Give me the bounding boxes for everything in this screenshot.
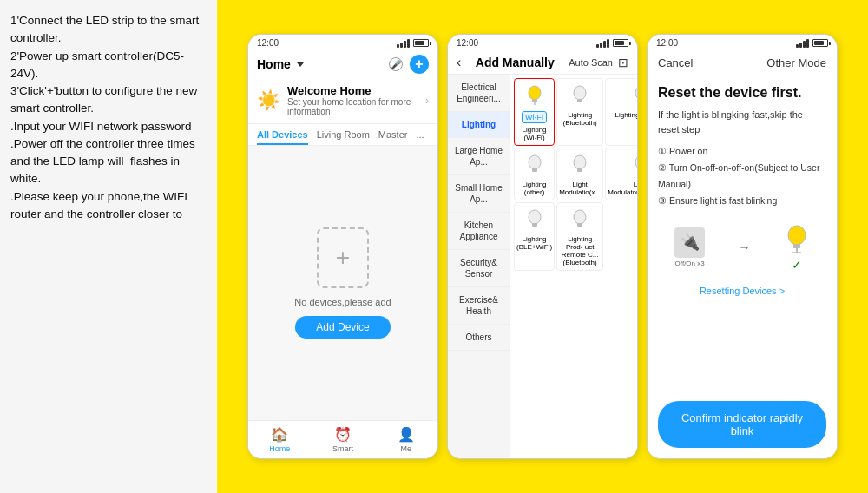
add-device-icon[interactable]: + bbox=[410, 55, 429, 74]
off-label: Off/On x3 bbox=[675, 260, 705, 267]
other-mode-button[interactable]: Other Mode bbox=[766, 56, 826, 69]
confirm-blink-button[interactable]: Confirm indicator rapidly blink bbox=[658, 401, 826, 448]
phone1-body: Home 🎤 + ☀️ Welcome Home Set your home l… bbox=[248, 51, 437, 458]
bulb-other-icon bbox=[524, 152, 545, 178]
tab-living-room[interactable]: Living Room bbox=[317, 129, 370, 145]
resetting-label[interactable]: Resetting Devices > bbox=[658, 286, 826, 296]
grid-lighting-other[interactable]: Lighting (other) bbox=[514, 148, 555, 200]
grid-item-label-1: Lighting (Bluetooth) bbox=[559, 111, 601, 127]
wifi-badge: Wi-Fi bbox=[522, 111, 547, 123]
svg-point-11 bbox=[635, 155, 638, 169]
mic-icon[interactable]: 🎤 bbox=[389, 57, 403, 71]
phone1-header: Home 🎤 + bbox=[248, 51, 437, 77]
sidebar-large-home[interactable]: Large Home Ap... bbox=[448, 138, 510, 175]
tab-more[interactable]: ... bbox=[416, 129, 424, 145]
phone2-body: ‹ Add Manually Auto Scan ⊡ Electrical En… bbox=[448, 51, 637, 458]
phone2-sidebar: Electrical Engineeri... Lighting Large H… bbox=[448, 75, 510, 458]
phone3-title: Reset the device first. bbox=[658, 85, 826, 101]
phone3-time: 12:00 bbox=[656, 38, 678, 48]
bulb-mod-icon bbox=[569, 152, 590, 178]
grid-item-label-5: Light Modulator(BLE+WiFi) bbox=[608, 181, 637, 196]
bulb-bt-icon bbox=[569, 82, 590, 108]
phone1-tabs: All Devices Living Room Master ... bbox=[248, 124, 437, 146]
phone1-home-label[interactable]: Home bbox=[257, 57, 304, 71]
auto-scan-label[interactable]: Auto Scan bbox=[569, 57, 613, 68]
phone3-animation: 🔌 Off/On x3 → ✓ bbox=[658, 216, 826, 279]
phone3-desc: If the light is blingking fast,skip the … bbox=[658, 108, 826, 136]
svg-point-7 bbox=[529, 155, 541, 169]
nav-me[interactable]: 👤 Me bbox=[374, 421, 437, 458]
grid-lighting-blewifi[interactable]: Lighting (BLE+WiFi) bbox=[514, 202, 555, 271]
sidebar-exercise[interactable]: Exercise& Health bbox=[448, 287, 510, 325]
phone3-steps: Power on Turn On-off-on-off-on(Subject t… bbox=[658, 143, 826, 209]
grid-lighting-wifi[interactable]: Wi-Fi Lighting (Wi-Fi) bbox=[514, 78, 555, 146]
sidebar-lighting[interactable]: Lighting bbox=[448, 112, 510, 138]
grid-light-mod[interactable]: Light Modulatio(x... bbox=[556, 148, 603, 200]
phone3-body: Cancel Other Mode Reset the device first… bbox=[648, 51, 837, 458]
battery-icon3 bbox=[812, 39, 828, 47]
instructions-text: 1'Connect the LED strip to the smart con… bbox=[10, 12, 207, 223]
bulb-blewifi-icon bbox=[524, 207, 545, 233]
cancel-button[interactable]: Cancel bbox=[658, 56, 693, 69]
grid-item-label-6: Lighting (BLE+WiFi) bbox=[516, 235, 552, 251]
plug-icon: 🔌 bbox=[674, 227, 705, 258]
svg-rect-10 bbox=[577, 168, 582, 172]
svg-point-17 bbox=[788, 226, 806, 245]
no-devices-label: No devices,please add bbox=[294, 297, 391, 307]
phone2-time: 12:00 bbox=[457, 38, 478, 48]
home-icon: 🏠 bbox=[271, 426, 288, 443]
tab-all-devices[interactable]: All Devices bbox=[257, 129, 308, 145]
nav-smart[interactable]: ⏰ Smart bbox=[312, 421, 375, 458]
back-arrow-icon[interactable]: ‹ bbox=[457, 55, 461, 70]
bulb-ble-icon bbox=[631, 152, 638, 178]
signal-icon2 bbox=[596, 39, 609, 48]
add-device-button[interactable]: Add Device bbox=[295, 316, 390, 339]
svg-point-5 bbox=[635, 86, 638, 100]
svg-rect-18 bbox=[793, 244, 800, 248]
bulb-yellow-icon bbox=[784, 223, 810, 256]
phone2-status-bar: 12:00 bbox=[448, 35, 637, 51]
phone2-main: Electrical Engineeri... Lighting Large H… bbox=[448, 75, 637, 458]
grid-lighting-bt[interactable]: Lighting (Bluetooth) bbox=[556, 78, 603, 146]
phone3-content: Reset the device first. If the light is … bbox=[648, 75, 837, 458]
sidebar-security[interactable]: Security& Sensor bbox=[448, 250, 510, 287]
bulb-zigbee-icon bbox=[631, 82, 638, 108]
phone2-grid: Wi-Fi Lighting (Wi-Fi) Lighting (Bluetoo… bbox=[510, 75, 637, 458]
svg-rect-1 bbox=[532, 99, 537, 102]
grid-light-mod-ble[interactable]: Light Modulator(BLE+WiFi) bbox=[605, 148, 637, 200]
sidebar-others[interactable]: Others bbox=[448, 325, 510, 351]
instructions-panel: 1'Connect the LED strip to the smart con… bbox=[0, 0, 217, 493]
phone1-header-actions: 🎤 + bbox=[389, 55, 429, 74]
phone1-welcome-text: Welcome Home Set your home location for … bbox=[287, 84, 418, 116]
phone1-status-bar: 12:00 bbox=[248, 35, 437, 51]
phone3-status-bar: 12:00 bbox=[648, 35, 837, 51]
phone1: 12:00 Home 🎤 + bbox=[247, 34, 438, 459]
tab-master[interactable]: Master bbox=[378, 129, 408, 145]
sidebar-kitchen[interactable]: Kitchen Appliance bbox=[448, 213, 510, 250]
grid-item-label-7: Lighting Prod- uct Remote C... (Bluetoot… bbox=[559, 235, 601, 266]
svg-point-15 bbox=[574, 210, 586, 224]
svg-point-13 bbox=[529, 210, 541, 224]
phone1-content: + No devices,please add Add Device bbox=[248, 146, 437, 420]
sidebar-electrical[interactable]: Electrical Engineeri... bbox=[448, 75, 510, 112]
phone2-title: Add Manually bbox=[476, 56, 555, 69]
grid-item-label-2: Lighting (Zigbee) bbox=[615, 111, 637, 119]
battery-icon2 bbox=[613, 39, 628, 47]
scan-icon: ⊡ bbox=[618, 56, 628, 69]
phone3-header: Cancel Other Mode bbox=[648, 51, 837, 75]
svg-point-0 bbox=[529, 86, 541, 100]
svg-rect-8 bbox=[532, 168, 537, 172]
phone1-time: 12:00 bbox=[257, 38, 279, 48]
bulb-wifi-icon bbox=[524, 82, 545, 108]
svg-point-9 bbox=[574, 155, 586, 169]
add-placeholder-icon: + bbox=[317, 227, 369, 288]
smart-icon: ⏰ bbox=[334, 426, 352, 443]
sidebar-small-home[interactable]: Small Home Ap... bbox=[448, 175, 510, 213]
check-icon: ✓ bbox=[792, 258, 802, 272]
signal-icon bbox=[397, 39, 410, 48]
grid-lighting-remote[interactable]: Lighting Prod- uct Remote C... (Bluetoot… bbox=[556, 202, 603, 271]
nav-home[interactable]: 🏠 Home bbox=[248, 421, 312, 458]
grid-lighting-zigbee[interactable]: Lighting (Zigbee) bbox=[605, 78, 637, 146]
grid-item-label-0: Lighting (Wi-Fi) bbox=[516, 126, 552, 141]
phones-panel: 12:00 Home 🎤 + bbox=[217, 0, 868, 493]
